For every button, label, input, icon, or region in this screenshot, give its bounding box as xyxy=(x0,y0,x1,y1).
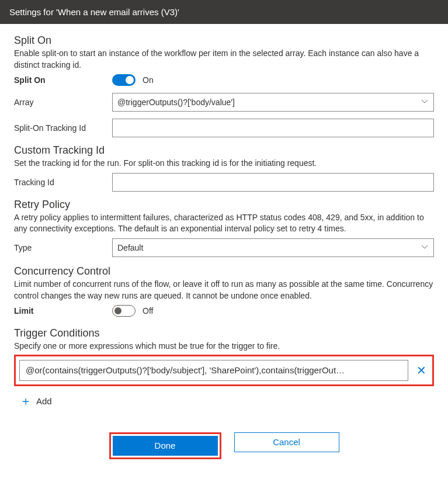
retry-type-label: Type xyxy=(14,243,112,252)
dialog-content: Split On Enable split-on to start an ins… xyxy=(0,24,448,471)
dialog-footer: Done Cancel xyxy=(14,432,434,459)
retry-type-select[interactable] xyxy=(112,238,434,257)
array-select[interactable] xyxy=(112,93,434,112)
remove-condition-icon[interactable]: ✕ xyxy=(414,363,429,377)
trigger-desc: Specify one or more expressions which mu… xyxy=(14,341,434,352)
concurrency-desc: Limit number of concurrent runs of the f… xyxy=(14,279,434,301)
concurrency-limit-label: Limit xyxy=(14,306,112,315)
trackingid-label: Tracking Id xyxy=(14,178,112,187)
retry-title: Retry Policy xyxy=(14,199,434,211)
concurrency-title: Concurrency Control xyxy=(14,265,434,278)
spliton-toggle-label: Split On xyxy=(14,75,112,85)
add-condition-button[interactable]: ＋ Add xyxy=(20,393,434,409)
add-label: Add xyxy=(36,396,52,406)
trigger-condition-input[interactable]: @or(contains(triggerOutputs()?['body/sub… xyxy=(19,360,408,381)
customtracking-desc: Set the tracking id for the run. For spl… xyxy=(14,158,434,169)
trackingid-input[interactable] xyxy=(112,173,434,192)
spliton-desc: Enable split-on to start an instance of … xyxy=(14,48,434,71)
dialog-header: Settings for 'When a new email arrives (… xyxy=(0,0,448,24)
dialog-title: Settings for 'When a new email arrives (… xyxy=(9,7,179,17)
trigger-title: Trigger Conditions xyxy=(14,327,434,339)
trigger-condition-highlight: @or(contains(triggerOutputs()?['body/sub… xyxy=(14,355,434,386)
array-label: Array xyxy=(14,98,112,107)
done-button-highlight: Done xyxy=(109,432,221,459)
retry-desc: A retry policy applies to intermittent f… xyxy=(14,212,434,235)
done-button[interactable]: Done xyxy=(113,436,218,456)
concurrency-toggle[interactable] xyxy=(112,305,136,317)
customtracking-title: Custom Tracking Id xyxy=(14,144,434,157)
plus-icon: ＋ xyxy=(20,393,32,409)
spliton-toggle-state: On xyxy=(143,75,154,85)
spliton-trackingid-input[interactable] xyxy=(112,119,434,137)
cancel-button[interactable]: Cancel xyxy=(234,432,339,452)
spliton-trackingid-label: Split-On Tracking Id xyxy=(14,123,112,133)
concurrency-toggle-state: Off xyxy=(143,306,153,315)
spliton-toggle[interactable] xyxy=(112,74,136,86)
spliton-title: Split On xyxy=(14,34,434,47)
trigger-condition-text: @or(contains(triggerOutputs()?['body/sub… xyxy=(26,365,345,375)
